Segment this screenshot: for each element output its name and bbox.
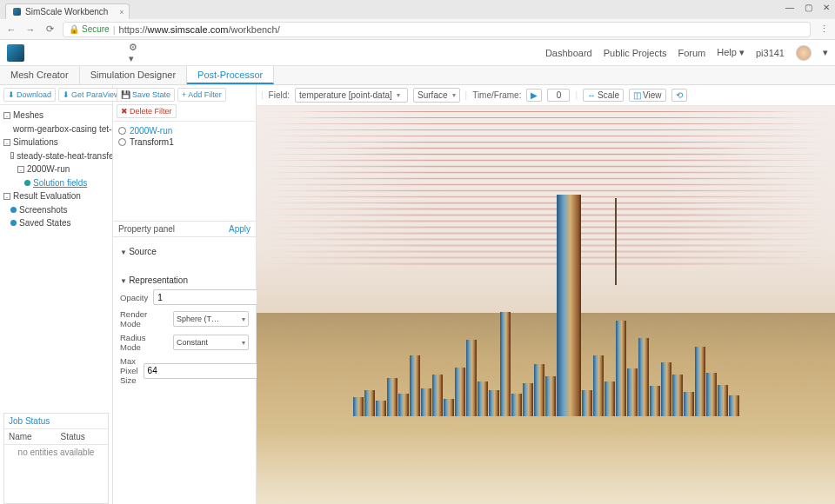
tree-screenshots[interactable]: Screenshots [3,203,109,217]
job-col-name: Name [4,429,57,444]
time-play-button[interactable]: ▶ [526,89,542,102]
tree-mesh-item[interactable]: worm-gearbox-casing tet-mesh [3,123,109,136]
tab-close-icon[interactable]: × [119,8,124,17]
avatar[interactable] [796,45,812,61]
pipeline-item[interactable]: 2000W-run [118,125,250,136]
nav-help[interactable]: Help ▾ [717,47,745,58]
url-input[interactable]: 🔒 Secure | https://www.simscale.com/work… [63,22,811,37]
time-frame-input[interactable]: 0 [547,89,570,102]
browser-tab[interactable]: SimScale Workbench × [5,3,130,19]
tree-meshes[interactable]: -Meshes [3,109,109,123]
scale-button[interactable]: ↔ Scale [583,89,624,102]
max-pixel-input[interactable] [144,363,263,379]
field-label: Field: [269,90,290,100]
camera-reset-icon[interactable]: ⟲ [671,89,687,102]
job-status-panel: Job Status Name Status no entities avail… [3,413,109,504]
opacity-label: Opacity [120,293,148,302]
tab-title: SimScale Workbench [25,7,108,17]
tab-post-processor[interactable]: Post-Processor [187,66,274,84]
field-icon [24,180,30,186]
window-close-icon[interactable]: ✕ [823,3,830,12]
nav-forward-icon[interactable]: → [24,24,37,35]
section-representation[interactable]: Representation [120,275,249,285]
favicon [13,8,21,16]
app-top-bar: ⚙ ▾ Dashboard Public Projects Forum Help… [0,40,835,66]
tab-simulation-designer[interactable]: Simulation Designer [80,66,187,84]
add-filter-button[interactable]: + Add Filter [177,88,226,102]
delete-filter-button[interactable]: ✖ Delete Filter [117,104,177,118]
time-label: Time/Frame: [472,90,521,100]
nav-dashboard[interactable]: Dashboard [545,48,592,58]
download-button[interactable]: ⬇ Download [3,88,56,102]
job-col-status: Status [57,429,109,444]
section-source[interactable]: Source [120,247,249,256]
workbench-tabs: Mesh Creator Simulation Designer Post-Pr… [0,66,835,85]
nav-reload-icon[interactable]: ⟳ [43,23,56,35]
radius-mode-select[interactable]: Constant [173,335,249,350]
browser-menu-icon[interactable]: ⋮ [818,23,830,35]
max-pixel-label: Max Pixel Size [120,356,138,385]
nav-forum[interactable]: Forum [678,48,705,58]
project-tree-panel: ⬇ Download ⬇ Get ParaView® ⟳ -Meshes wor… [0,85,113,504]
tree-simulations[interactable]: -Simulations [3,136,109,149]
tree-result-eval[interactable]: -Result Evaluation [3,189,109,203]
nav-public-projects[interactable]: Public Projects [604,48,667,58]
viewport-panel: | Field: temperature [point-data] Surfac… [257,85,835,504]
tree-saved-states[interactable]: Saved States [3,216,109,230]
pipeline-item[interactable]: Transform1 [118,136,250,148]
user-caret-icon[interactable]: ▾ [823,47,828,58]
visibility-icon[interactable] [118,138,126,146]
pipeline-panel: 💾 Save State + Add Filter ✖ Delete Filte… [113,85,257,504]
simscale-logo-icon[interactable] [7,44,24,62]
url-divider: | [113,24,116,35]
radius-mode-label: Radius Mode [120,333,168,352]
apply-button[interactable]: Apply [229,224,250,234]
secure-badge: 🔒 Secure [69,24,110,34]
tree-run-item[interactable]: -2000W-run [3,162,109,176]
settings-gear-icon[interactable]: ⚙ ▾ [24,42,137,64]
browser-tab-strip: SimScale Workbench × — ▢ ✕ [0,0,835,19]
tree-solution-fields[interactable]: Solution fields [3,176,109,190]
username[interactable]: pi3141 [756,48,785,58]
visibility-icon[interactable] [118,127,126,135]
nav-back-icon[interactable]: ← [5,24,17,35]
tab-mesh-creator[interactable]: Mesh Creator [0,66,80,84]
folder-icon [10,207,17,213]
tree-sim-item[interactable]: -steady-state-heat-transfer [3,149,109,163]
folder-icon [10,220,17,226]
property-panel-title: Property panel [118,224,175,234]
render-mode-label: Render Mode [120,309,168,328]
opacity-input[interactable] [153,289,272,305]
save-state-button[interactable]: 💾 Save State [117,88,175,102]
window-minimize-icon[interactable]: — [785,3,794,12]
render-mode-select[interactable]: Sphere (T… [173,311,249,327]
url-text: https://www.simscale.com/workbench/ [119,24,280,35]
address-bar: ← → ⟳ 🔒 Secure | https://www.simscale.co… [0,19,835,40]
field-select[interactable]: temperature [point-data] [295,88,408,103]
representation-select[interactable]: Surface [413,88,459,103]
render-viewport[interactable] [257,106,835,504]
window-maximize-icon[interactable]: ▢ [805,3,812,12]
render-geometry [257,197,835,416]
job-status-title: Job Status [4,414,108,429]
job-empty-text: no entities available [4,445,108,460]
view-button[interactable]: ◫ View [629,89,666,102]
